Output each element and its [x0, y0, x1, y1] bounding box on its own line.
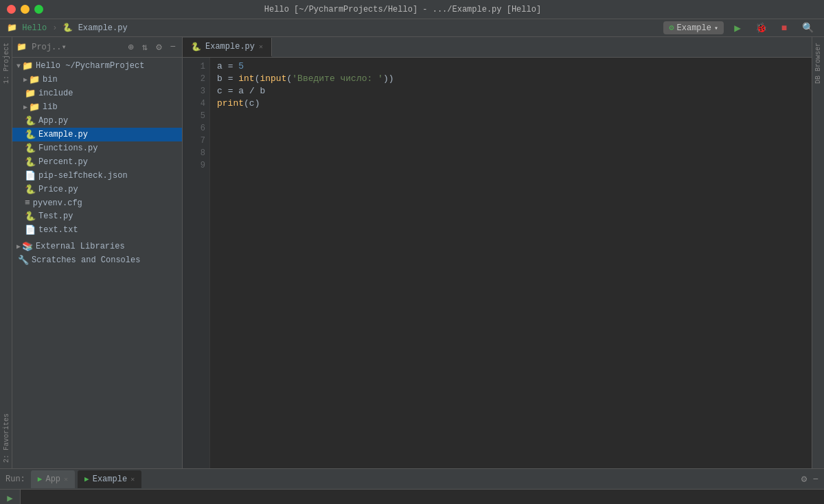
tree-item-pipselfcheck[interactable]: 📄 pip-selfcheck.json	[12, 169, 182, 183]
tree-item-examplepy-label: Example.py	[38, 130, 88, 139]
tree-item-bin[interactable]: ▶ 📁 bin	[12, 73, 182, 87]
editor-tab-label: Example.py	[205, 42, 255, 51]
tree-item-external-libraries[interactable]: ▶ 📚 External Libraries	[12, 240, 182, 253]
run-layout: ▶ ↑ ↓ ■ ⏸ ↺ ⇓ 🖨 🗑 /Users/dmitriy/Pycharm…	[0, 490, 824, 504]
run-tab-example-close[interactable]: ✕	[130, 475, 135, 483]
editor-tab-close[interactable]: ✕	[259, 43, 263, 51]
run-tab-example-label: Example	[93, 474, 127, 484]
editor-area: 🐍 Example.py ✕ 12345 6789 a = 5 b = int(…	[183, 37, 812, 468]
tree-item-percentpy[interactable]: 🐍 Percent.py	[12, 155, 182, 169]
settings-button[interactable]: ⚙	[154, 40, 163, 54]
tree-root-label: Hello ~/PycharmProject	[36, 61, 144, 71]
tree-item-functionspy[interactable]: 🐍 Functions.py	[12, 141, 182, 155]
add-button[interactable]: ⊕	[126, 40, 135, 54]
bottom-panel: Run: ▶ App ✕ ▶ Example ✕ ⚙ − ▶ ↑ ↓ ■ ⏸ ↺…	[0, 468, 824, 504]
editor-tab-example[interactable]: 🐍 Example.py ✕	[183, 38, 272, 57]
stop-button[interactable]: ■	[775, 21, 794, 36]
minimize-button[interactable]	[21, 5, 30, 14]
file-tree: ▼ 📁 Hello ~/PycharmProject ▶ 📁 bin 📁 inc…	[12, 58, 182, 468]
sidebar-toolbar: 📁 Proj..▾ ⊕ ⇅ ⚙ −	[12, 37, 182, 58]
project-tab[interactable]: 1: Project	[0, 37, 12, 89]
run-tab-app-label: App	[45, 474, 60, 484]
run-tab-app[interactable]: ▶ App ✕	[31, 470, 75, 488]
run-tab-example[interactable]: ▶ Example ✕	[78, 470, 141, 488]
close-button[interactable]	[7, 5, 16, 14]
db-browser-tab[interactable]: DB Browser	[813, 37, 823, 89]
tree-item-scratches[interactable]: 🔧 Scratches and Consoles	[12, 253, 182, 267]
tree-item-pricepy[interactable]: 🐍 Price.py	[12, 183, 182, 196]
breadcrumb: 📁 Hello › 🐍 Example.py ⚙ Example ▾ ▶ 🐞 ■…	[0, 19, 824, 37]
run-tab-app-close[interactable]: ✕	[64, 475, 68, 483]
breadcrumb-item-example[interactable]: 🐍 Example.py	[62, 23, 127, 33]
run-label: Run:	[5, 474, 25, 484]
tree-item-lib-label: lib	[43, 102, 58, 112]
tree-item-percentpy-label: Percent.py	[38, 157, 88, 167]
window-title: Hello [~/PycharmProjects/Hello] - .../Ex…	[43, 5, 762, 14]
run-config-selector[interactable]: ⚙ Example ▾	[663, 21, 724, 34]
tree-item-lib[interactable]: ▶ 📁 lib	[12, 100, 182, 114]
tree-item-include-label: include	[38, 89, 73, 98]
run-play-button[interactable]: ▶	[3, 492, 18, 504]
code-content[interactable]: a = 5 b = int(input('Введите число: ')) …	[210, 58, 812, 468]
run-settings-button[interactable]: ⚙ −	[801, 473, 819, 485]
tree-item-pyvenvcfg[interactable]: ≡ pyvenv.cfg	[12, 196, 182, 209]
editor-tabs: 🐍 Example.py ✕	[183, 37, 812, 58]
tree-item-testpy[interactable]: 🐍 Test.py	[12, 209, 182, 223]
tree-item-functionspy-label: Functions.py	[38, 144, 98, 153]
line-numbers: 12345 6789	[183, 58, 210, 468]
code-editor[interactable]: 12345 6789 a = 5 b = int(input('Введите …	[183, 58, 812, 468]
debug-button[interactable]: 🐞	[751, 21, 770, 36]
tree-item-pipselfcheck-label: pip-selfcheck.json	[38, 171, 128, 181]
tree-item-examplepy[interactable]: 🐍 Example.py	[12, 128, 182, 141]
tree-item-testpy-label: Test.py	[38, 211, 73, 221]
title-bar: Hello [~/PycharmProjects/Hello] - .../Ex…	[0, 0, 824, 19]
tree-item-texttxt[interactable]: 📄 text.txt	[12, 223, 182, 237]
tree-item-external-label: External Libraries	[36, 242, 125, 251]
tree-item-texttxt-label: text.txt	[38, 225, 78, 235]
breadcrumb-item-hello[interactable]: 📁 Hello	[7, 23, 47, 33]
run-output: /Users/dmitriy/PycharmProjects/Hello/bin…	[21, 490, 824, 504]
favorites-tab[interactable]: 2: Favorites	[0, 408, 12, 468]
sync-button[interactable]: ⇅	[140, 40, 150, 54]
sidebar: 📁 Proj..▾ ⊕ ⇅ ⚙ − ▼ 📁 Hello ~/PycharmPro…	[12, 37, 183, 468]
tree-item-include[interactable]: 📁 include	[12, 87, 182, 100]
tree-item-pricepy-label: Price.py	[38, 185, 78, 194]
collapse-button[interactable]: −	[168, 40, 178, 54]
sidebar-title: 📁 Proj..▾	[16, 42, 67, 52]
tree-item-apppy[interactable]: 🐍 App.py	[12, 114, 182, 128]
maximize-button[interactable]	[34, 5, 43, 14]
run-tabs: Run: ▶ App ✕ ▶ Example ✕ ⚙ −	[0, 469, 824, 490]
tree-item-scratches-label: Scratches and Consoles	[32, 255, 140, 265]
search-button[interactable]: 🔍	[798, 21, 817, 36]
tree-root[interactable]: ▼ 📁 Hello ~/PycharmProject	[12, 59, 182, 73]
run-button[interactable]: ▶	[728, 21, 747, 36]
tree-item-apppy-label: App.py	[38, 116, 68, 126]
run-side-tools: ▶ ↑ ↓ ■ ⏸ ↺ ⇓ 🖨 🗑	[0, 490, 21, 504]
tree-item-pyvenvcfg-label: pyvenv.cfg	[33, 198, 82, 208]
tree-item-bin-label: bin	[43, 75, 58, 84]
window-controls[interactable]	[7, 5, 43, 14]
